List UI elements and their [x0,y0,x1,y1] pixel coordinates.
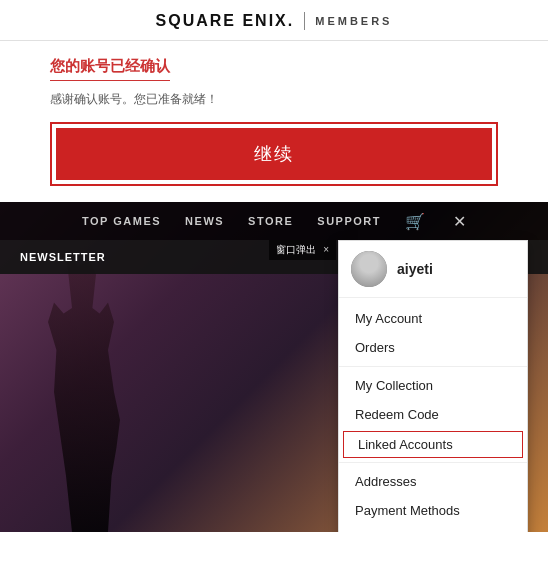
cart-icon[interactable]: 🛒 [405,212,425,231]
nav-item-top-games[interactable]: TOP GAMES [82,215,161,227]
nav-item-store[interactable]: STORE [248,215,293,227]
continue-button-wrapper: 继续 [50,122,498,186]
menu-item-payment-methods[interactable]: Payment Methods [339,496,527,525]
user-dropdown-menu: aiyeti My Account Orders My Collection R… [338,240,528,532]
menu-item-my-account[interactable]: My Account [339,304,527,333]
newsletter-label: NEWSLETTER [20,251,106,263]
close-icon[interactable]: ✕ [453,212,466,231]
popup-label-text: 窗口弹出 [276,244,316,255]
menu-item-addresses[interactable]: Addresses [339,467,527,496]
members-text: MEMBERS [315,15,392,27]
confirmation-description: 感谢确认账号。您已准备就绪！ [50,91,498,108]
menu-divider-2 [339,462,527,463]
game-nav: TOP GAMES NEWS STORE SUPPORT 🛒 ✕ [0,202,548,240]
nav-item-support[interactable]: SUPPORT [317,215,381,227]
confirmation-section: 您的账号已经确认 感谢确认账号。您已准备就绪！ 继续 [0,41,548,202]
avatar [351,251,387,287]
dropdown-header: aiyeti [339,241,527,298]
nav-item-news[interactable]: NEWS [185,215,224,227]
menu-item-orders[interactable]: Orders [339,333,527,362]
avatar-image [351,251,387,287]
dropdown-items-list: My Account Orders My Collection Redeem C… [339,298,527,532]
menu-item-my-collection[interactable]: My Collection [339,371,527,400]
confirmation-title: 您的账号已经确认 [50,57,170,81]
menu-item-settings[interactable]: Settings [339,525,527,532]
username-label: aiyeti [397,261,433,277]
menu-divider-1 [339,366,527,367]
menu-item-redeem-code[interactable]: Redeem Code [339,400,527,429]
site-header: SQUARE ENIX. MEMBERS [0,0,548,41]
continue-button[interactable]: 继续 [56,128,492,180]
popup-close-icon[interactable]: × [323,244,329,255]
menu-item-linked-accounts[interactable]: Linked Accounts [343,431,523,458]
game-section: TOP GAMES NEWS STORE SUPPORT 🛒 ✕ NEWSLET… [0,202,548,532]
logo-text: SQUARE ENIX. [156,12,295,30]
popup-label: 窗口弹出 × [269,240,336,260]
logo-divider [304,12,305,30]
